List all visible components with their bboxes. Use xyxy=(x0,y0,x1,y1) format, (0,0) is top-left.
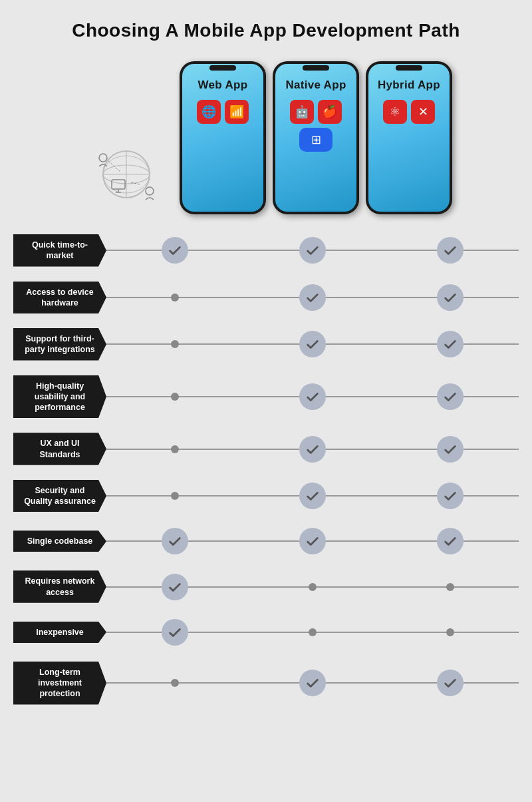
row-label: Security and Quality assurance xyxy=(13,480,106,512)
hybrid-indicator xyxy=(436,481,465,510)
web-icon-wifi: 📶 xyxy=(225,100,249,124)
check-indicator xyxy=(437,528,464,554)
native-indicator xyxy=(298,481,327,510)
dot-positions xyxy=(106,382,519,411)
row-label: High-quality usability and performance xyxy=(13,375,106,419)
svg-rect-7 xyxy=(112,180,125,189)
row-label: Single codebase xyxy=(13,530,106,552)
comparison-row: Support for third-party integrations xyxy=(13,328,519,361)
native-icon-android: 🤖 xyxy=(290,100,314,124)
phone-web-screen: Web App 🌐 📶 xyxy=(182,64,263,212)
dots-line xyxy=(106,668,519,698)
dot-positions xyxy=(106,572,519,602)
check-indicator xyxy=(299,436,326,463)
native-icon-windows: ⊞ xyxy=(299,128,332,152)
comparison-section: Quick time-to-market Access to device ha… xyxy=(13,234,519,719)
comparison-row: Requires network access xyxy=(13,570,519,603)
check-indicator xyxy=(437,331,464,357)
native-indicator xyxy=(298,526,327,556)
native-indicator xyxy=(298,283,327,312)
web-indicator xyxy=(160,283,190,312)
dots-line xyxy=(106,481,519,510)
dot-positions xyxy=(106,329,519,359)
dot-indicator xyxy=(446,628,454,636)
native-indicator xyxy=(298,572,327,602)
hybrid-indicator xyxy=(436,668,465,698)
dot-indicator xyxy=(171,340,179,348)
check-indicator xyxy=(437,383,464,410)
check-indicator xyxy=(299,237,326,264)
check-indicator xyxy=(299,383,326,410)
dots-line xyxy=(106,382,519,411)
native-indicator xyxy=(298,236,327,265)
phone-hybrid-notch xyxy=(396,65,422,71)
check-indicator xyxy=(437,284,464,311)
phone-web: Web App 🌐 📶 xyxy=(180,61,266,214)
web-indicator xyxy=(160,382,190,411)
hybrid-indicator xyxy=(436,618,465,647)
row-label: Access to device hardware xyxy=(13,282,106,314)
phone-native-icons: 🤖 🍎 ⊞ xyxy=(281,100,351,152)
dots-line xyxy=(106,283,519,312)
hybrid-indicator xyxy=(436,572,465,602)
check-indicator xyxy=(162,237,188,264)
row-label: UX and UI Standards xyxy=(13,433,106,465)
row-label: Support for third-party integrations xyxy=(13,328,106,361)
check-indicator xyxy=(299,331,326,357)
web-indicator xyxy=(160,572,190,602)
dot-indicator xyxy=(171,492,179,500)
check-indicator xyxy=(437,436,464,463)
comparison-row: Access to device hardware xyxy=(13,282,519,314)
dots-line xyxy=(106,329,519,359)
native-indicator xyxy=(298,435,327,464)
comparison-row: High-quality usability and performance xyxy=(13,375,519,419)
phone-web-label: Web App xyxy=(198,79,248,92)
native-indicator xyxy=(298,668,327,698)
phones-row: Web App 🌐 📶 Native App 🤖 🍎 ⊞ xyxy=(180,61,452,214)
phone-web-notch xyxy=(209,65,236,71)
hybrid-indicator xyxy=(436,382,465,411)
dot-positions xyxy=(106,526,519,556)
phone-native-device: Native App 🤖 🍎 ⊞ xyxy=(273,61,359,214)
phones-section: Web App 🌐 📶 Native App 🤖 🍎 ⊞ xyxy=(13,61,519,214)
row-label: Inexpensive xyxy=(13,622,106,643)
phone-web-device: Web App 🌐 📶 xyxy=(180,61,266,214)
web-indicator xyxy=(160,526,190,556)
check-indicator xyxy=(299,670,326,696)
phone-native-screen: Native App 🤖 🍎 ⊞ xyxy=(275,64,356,212)
dots-line xyxy=(106,618,519,647)
comparison-row: Inexpensive xyxy=(13,618,519,647)
globe-illustration xyxy=(80,141,173,208)
web-indicator xyxy=(160,236,190,265)
hybrid-indicator xyxy=(436,283,465,312)
phone-hybrid-label: Hybrid App xyxy=(378,79,440,92)
dot-indicator xyxy=(171,679,179,687)
phone-native-notch xyxy=(303,65,329,71)
dot-indicator xyxy=(171,393,179,401)
dot-positions xyxy=(106,481,519,510)
comparison-row: Security and Quality assurance xyxy=(13,480,519,512)
native-indicator xyxy=(298,329,327,359)
comparison-row: Quick time-to-market xyxy=(13,234,519,267)
native-indicator xyxy=(298,382,327,411)
dots-line xyxy=(106,572,519,602)
check-indicator xyxy=(437,237,464,264)
check-indicator xyxy=(162,619,188,646)
native-icon-apple: 🍎 xyxy=(318,100,342,124)
dot-positions xyxy=(106,668,519,698)
web-indicator xyxy=(160,481,190,510)
hybrid-icon-x: ✕ xyxy=(411,100,435,124)
dot-positions xyxy=(106,283,519,312)
comparison-row: Single codebase xyxy=(13,526,519,556)
dot-indicator xyxy=(171,294,179,301)
phone-native-label: Native App xyxy=(285,79,346,92)
phone-hybrid-screen: Hybrid App ⚛ ✕ xyxy=(368,64,450,212)
dots-line xyxy=(106,236,519,265)
check-indicator xyxy=(299,483,326,509)
phone-hybrid-device: Hybrid App ⚛ ✕ xyxy=(366,61,452,214)
web-icon-globe: 🌐 xyxy=(197,100,221,124)
dot-positions xyxy=(106,618,519,647)
dots-line xyxy=(106,435,519,464)
hybrid-icon-react: ⚛ xyxy=(383,100,407,124)
hybrid-indicator xyxy=(436,435,465,464)
